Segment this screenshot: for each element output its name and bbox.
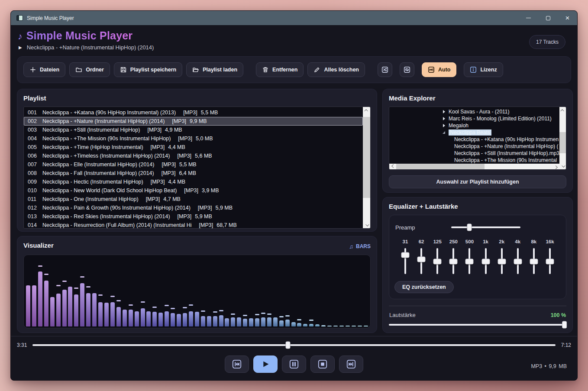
playlist-row[interactable]: 006Neckclippa - +Timeless (Instrumental … (24, 152, 363, 160)
volume-slider[interactable] (389, 324, 566, 326)
chevron-right-icon[interactable] (441, 117, 446, 120)
playlist-row[interactable]: 007Neckclippa - Elle (Instrumental HipHo… (24, 160, 363, 169)
eq-band-label: 31 (403, 239, 408, 244)
next-button[interactable] (339, 355, 363, 373)
tree-hscrollbar[interactable] (389, 164, 559, 169)
playlist-row[interactable]: 003Neckclippa - +Still (Instrumental Hip… (24, 126, 363, 134)
eq-band-slider[interactable] (549, 248, 551, 274)
eq-band-label: 500 (465, 239, 474, 244)
chevron-right-icon[interactable] (441, 124, 446, 127)
scroll-down-icon[interactable] (559, 163, 566, 169)
scroll-up-icon[interactable] (559, 107, 566, 113)
load-playlist-button[interactable]: Playlist laden (186, 62, 243, 77)
eq-band-slider[interactable] (517, 248, 519, 274)
remove-button[interactable]: Entfernen (256, 62, 304, 77)
preamp-slider[interactable] (451, 226, 520, 228)
playlist-row[interactable]: 012Neckclippa - Pain & Growth (90s Instr… (24, 204, 363, 212)
tree-item[interactable]: Neckclippa - +The Mission (90s Instrumen… (389, 157, 559, 164)
playlist-scrollbar-thumb[interactable] (363, 117, 370, 198)
save-playlist-button[interactable]: Playlist speichern (114, 62, 182, 77)
track-number: 012 (28, 205, 39, 211)
playlist-scrollbar[interactable] (363, 107, 370, 228)
clear-all-button[interactable]: Alles löschen (307, 62, 365, 77)
repeat-button[interactable] (400, 62, 414, 77)
minimize-button[interactable] (519, 11, 538, 25)
total-time: 7:12 (561, 342, 571, 348)
eq-reset-button[interactable]: EQ zurücksetzen (394, 281, 454, 293)
track-number: 010 (28, 187, 39, 194)
save-playlist-label: Playlist speichern (130, 67, 176, 73)
track-size: 5,6 MB (195, 153, 212, 159)
eq-band-slider[interactable] (452, 248, 454, 274)
preamp-slider-thumb[interactable] (467, 224, 472, 231)
eq-band-slider-thumb[interactable] (449, 259, 458, 265)
peak-marker (38, 265, 42, 267)
tree-item[interactable]: Megaloh (389, 122, 559, 129)
tree-item[interactable]: Neckclippa - +Katana (90s HipHop Instrum… (389, 136, 559, 143)
playlist-row[interactable]: 005Neckclippa - +Time (HipHop Instrument… (24, 143, 363, 152)
play-button[interactable] (253, 355, 278, 373)
tree-vscrollbar-thumb[interactable] (559, 132, 566, 153)
playlist-row[interactable]: 009Neckclippa - Hectic (Instrumental Hip… (24, 178, 363, 186)
playlist-row[interactable]: 010Neckclippa - New World (Dark Old Scho… (24, 186, 363, 195)
eq-band-slider[interactable] (533, 248, 535, 274)
volume-slider-thumb[interactable] (562, 321, 567, 329)
eq-band-slider[interactable] (436, 248, 438, 274)
add-selection-button[interactable]: Auswahl zur Playlist hinzufügen (389, 175, 566, 188)
tree-item[interactable]: Neckclippa - +Nature (Instrumental HipHo… (389, 143, 559, 150)
chevron-right-icon[interactable] (441, 110, 446, 113)
previous-button[interactable] (225, 355, 249, 373)
tree-item[interactable]: Marc Reis - Monolog (Limited Edition) (2… (389, 115, 559, 122)
eq-band-slider-thumb[interactable] (498, 259, 506, 265)
playlist-row[interactable]: 004Neckclippa - +The Mission (90s Instru… (24, 134, 363, 143)
tree-hscrollbar-thumb[interactable] (396, 164, 485, 169)
license-button[interactable]: Lizenz (464, 62, 503, 77)
auto-button[interactable]: Auto (422, 62, 456, 77)
scroll-left-icon[interactable] (389, 164, 396, 169)
chevron-expanded-icon[interactable] (441, 131, 446, 134)
maximize-button[interactable] (538, 11, 558, 25)
folder-button[interactable]: Ordner (69, 62, 110, 77)
eq-band-slider[interactable] (501, 248, 503, 274)
eq-band-slider[interactable] (404, 248, 406, 274)
header: ♪ Simple Music Player ▶ Neckclippa - +Na… (11, 25, 577, 55)
pause-button[interactable] (282, 355, 306, 373)
tree-vscrollbar[interactable] (559, 107, 566, 169)
eq-band-slider-thumb[interactable] (481, 259, 490, 265)
transport-controls (17, 355, 571, 373)
seek-slider[interactable] (32, 344, 555, 346)
shuffle-button[interactable] (378, 62, 392, 77)
playlist-row[interactable]: 001Neckclippa - +Katana (90s HipHop Inst… (24, 108, 363, 117)
scroll-up-icon[interactable] (363, 107, 370, 113)
music-note-icon: ♪ (18, 31, 23, 42)
peak-marker (279, 316, 284, 317)
eq-band-slider[interactable] (468, 248, 470, 274)
eq-band-slider-thumb[interactable] (514, 259, 522, 265)
playlist-row[interactable]: 013Neckclippa - Red Skies (Instrumental … (24, 212, 363, 221)
eq-band-slider[interactable] (420, 248, 422, 274)
close-button[interactable]: × (558, 11, 577, 25)
playlist-row[interactable]: 011Neckclippa - One (Instrumental HipHop… (24, 195, 363, 204)
eq-band-slider[interactable] (485, 248, 487, 274)
track-size: 3,9 MB (202, 187, 219, 194)
eq-band-slider-thumb[interactable] (530, 259, 538, 265)
eq-band-slider-thumb[interactable] (546, 259, 554, 265)
stop-button[interactable] (310, 355, 335, 373)
files-button[interactable]: Dateien (23, 62, 65, 77)
seek-slider-thumb[interactable] (285, 342, 290, 349)
track-title: Neckclippa - New World (Dark Old School … (42, 187, 177, 194)
tree-item[interactable]: Neckclippa Beats (389, 129, 559, 136)
playlist-row[interactable]: 008Neckclippa - Fall (Instrumental HipHo… (24, 169, 363, 178)
scroll-right-icon[interactable] (553, 164, 559, 169)
eq-band-slider-thumb[interactable] (401, 252, 410, 258)
playlist-row[interactable]: 014Neckclippa - Resurrection (Full Album… (24, 221, 363, 228)
equalizer-title: Equalizer + Lautstärke (389, 203, 566, 212)
tree-item[interactable]: Kool Savas - Aura - (2011) (389, 108, 559, 115)
tree-item[interactable]: Neckclippa - +Still (Instrumental HipHop… (389, 150, 559, 157)
eq-band-slider-thumb[interactable] (417, 256, 426, 262)
peak-marker (116, 300, 121, 301)
playlist-row[interactable]: 002Neckclippa - +Nature (Instrumental Hi… (24, 117, 363, 126)
eq-band-slider-thumb[interactable] (433, 259, 442, 265)
eq-band-slider-thumb[interactable] (465, 259, 474, 265)
scroll-down-icon[interactable] (363, 222, 370, 228)
